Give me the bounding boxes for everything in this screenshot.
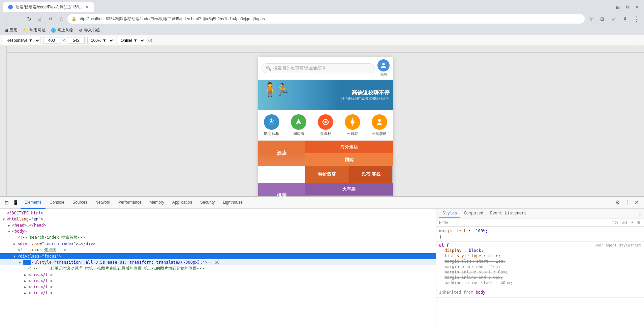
tab-sources[interactable]: Sources: [68, 197, 91, 209]
user-avatar: [377, 59, 390, 71]
html-line-head[interactable]: <head>…</head>: [0, 222, 436, 228]
nav-icon-attractions[interactable]: 景点 玩乐: [264, 114, 279, 136]
html-line-comment3[interactable]: <!-- 利用无缝滚动原理 把第一张图片克隆到最后的位置 第三张的图片放到开始的…: [0, 265, 436, 272]
css-prop-padding-inline-start: padding-inline-start : 40px;: [439, 280, 641, 286]
bookmark-common-sites[interactable]: 📁 常用网址: [21, 27, 48, 34]
styles-tab-styles[interactable]: Styles: [439, 209, 460, 218]
bookmark-shopping[interactable]: 🌐 网上购物: [49, 27, 75, 34]
nav-icon-food[interactable]: 美食林: [318, 114, 333, 136]
bookmark-icon-button[interactable]: ☆: [586, 14, 595, 24]
grid-main-hotel[interactable]: 酒店: [258, 141, 305, 166]
css-selector-ul[interactable]: ul {: [439, 243, 449, 248]
minimize-button[interactable]: ⊟: [613, 2, 622, 12]
devtools-settings-button[interactable]: ⚙: [613, 198, 622, 207]
extension-icon[interactable]: ⊞: [597, 14, 607, 24]
viewport-width-input[interactable]: [43, 37, 60, 44]
close-window-button[interactable]: ✕: [632, 2, 641, 12]
grid-hotel-label: 酒店: [277, 150, 287, 156]
styles-tab-computed[interactable]: Computed: [460, 209, 487, 218]
online-select[interactable]: Online ▼: [117, 37, 145, 44]
download-button[interactable]: ⬇: [620, 14, 630, 24]
guide-icon: [372, 114, 387, 130]
tab-elements[interactable]: Elements: [21, 197, 45, 209]
html-line-li3[interactable]: <li>…</li>: [0, 284, 436, 290]
search-icon: 🔍: [266, 66, 271, 71]
tab-security[interactable]: Security: [196, 197, 219, 209]
back-history-button[interactable]: ↺: [46, 14, 55, 24]
styles-add-button[interactable]: +: [630, 220, 635, 225]
browser-tab[interactable]: 前端/移动端/code/Flex布局(二)/H5/index.html ✕: [3, 2, 94, 12]
html-line-li1[interactable]: <li>…</li>: [0, 272, 436, 278]
user-profile[interactable]: 我的: [377, 59, 390, 77]
devtools-more-options-button[interactable]: ⋮: [622, 198, 632, 207]
arrow-li4[interactable]: [24, 291, 28, 295]
css-prop-margin-inline-start: margin-inline-start : 0px;: [439, 269, 641, 275]
nav-icon-nearby[interactable]: 周边游: [291, 114, 306, 136]
rotate-button[interactable]: ⊙: [148, 37, 152, 43]
grid-overseas-hotel[interactable]: 海外酒店: [305, 141, 393, 153]
arrow-li2[interactable]: [24, 279, 28, 283]
styles-cls-button[interactable]: .cls: [621, 220, 628, 225]
arrow-head[interactable]: [8, 224, 12, 227]
devtools-close-button[interactable]: ✕: [632, 198, 641, 207]
restore-button[interactable]: ⧉: [622, 2, 632, 12]
html-line-body[interactable]: <body>: [0, 228, 436, 234]
arrow-search[interactable]: [13, 242, 18, 246]
bookmark-apps[interactable]: ⊞ 应用: [3, 27, 20, 34]
responsive-select[interactable]: Responsive ▼: [3, 37, 40, 44]
html-line-comment2[interactable]: <!-- focus 焦点图 -->: [0, 247, 436, 253]
arrow-li3[interactable]: [24, 285, 28, 289]
styles-hov-button[interactable]: :hov: [610, 220, 619, 225]
tab-performance[interactable]: Performance: [114, 197, 146, 209]
viewport-height-input[interactable]: [68, 37, 85, 44]
devtools-more-button[interactable]: ⋮: [637, 38, 641, 43]
arrow-ul[interactable]: [19, 261, 23, 264]
grid-group-buy[interactable]: 团购: [305, 153, 393, 166]
styles-filter-input[interactable]: [439, 220, 609, 225]
zoom-button[interactable]: ⤢: [609, 14, 618, 24]
html-line-li2[interactable]: <li>…</li>: [0, 278, 436, 284]
grid-train[interactable]: 火车票: [305, 183, 393, 196]
url-input[interactable]: [79, 17, 581, 21]
forward-button[interactable]: →: [13, 14, 23, 24]
tab-lighthouse[interactable]: Lighthouse: [219, 197, 247, 209]
html-line-comment1[interactable]: <!-- search-index 搜索首页-->: [0, 234, 436, 241]
tab-application[interactable]: Application: [168, 197, 196, 209]
nav-icon-daytrip[interactable]: 一日游: [345, 114, 360, 136]
viewport-x-label: ×: [63, 38, 65, 43]
zoom-select[interactable]: 100% ▼: [87, 37, 114, 44]
tab-favicon: [8, 5, 13, 9]
html-line-ul[interactable]: ... <ul style="transition: all 0.5s ease…: [0, 259, 436, 265]
styles-tab-event-listeners[interactable]: Event Listeners: [487, 209, 530, 218]
back-button[interactable]: ←: [3, 14, 12, 24]
tab-console[interactable]: Console: [45, 197, 68, 209]
search-box[interactable]: 🔍 搜索:目的地/酒店/景点/航班号: [262, 63, 375, 73]
tab-memory[interactable]: Memory: [146, 197, 168, 209]
home-button[interactable]: ⌂: [35, 14, 44, 24]
styles-layout-button[interactable]: ⊞: [636, 220, 641, 225]
reload-button[interactable]: ↻: [24, 14, 34, 24]
grid-cheap-hotel[interactable]: 特价酒店: [305, 166, 349, 183]
nav-icon-guide[interactable]: 当地攻略: [372, 114, 387, 136]
arrow-li1[interactable]: [24, 273, 28, 277]
search-div-tag: <div: [18, 241, 27, 246]
html-line-search-div[interactable]: <div class="search-index"> … </div>: [0, 241, 436, 247]
grid-homestay[interactable]: 民宿,客栈: [349, 166, 393, 183]
html-line-li4[interactable]: <li>…</li>: [0, 290, 436, 296]
html-line-html[interactable]: <html lang="en">: [0, 216, 436, 222]
tab-close-button[interactable]: ✕: [86, 5, 89, 9]
bookmark-star-button[interactable]: ☆: [57, 14, 66, 24]
tab-network[interactable]: Network: [91, 197, 114, 209]
devtools-device-button[interactable]: 📱: [11, 200, 21, 205]
arrow-html[interactable]: [3, 217, 7, 221]
html-line-focus-div[interactable]: <div class="focus">: [0, 253, 436, 259]
arrow-body[interactable]: [8, 230, 12, 233]
svg-point-0: [382, 63, 385, 65]
devtools-inspect-button[interactable]: ⊡: [3, 200, 11, 205]
arrow-focus[interactable]: [13, 255, 18, 258]
svg-point-7: [350, 120, 354, 124]
bookmark-import[interactable]: ⚙ 导入书签: [77, 27, 102, 34]
styles-more-button[interactable]: »: [639, 211, 641, 216]
menu-button[interactable]: ⋮: [632, 14, 641, 24]
html-line-doctype[interactable]: <!DOCTYPE html>: [0, 210, 436, 216]
